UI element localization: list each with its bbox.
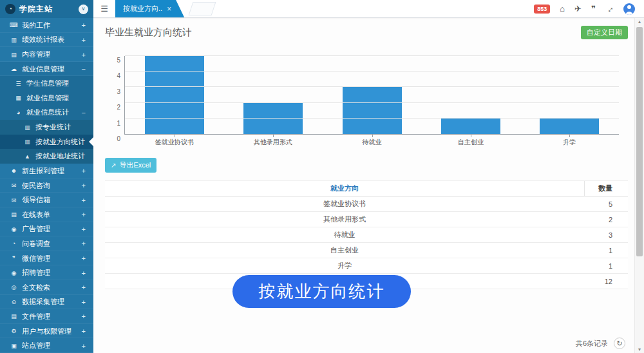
comments-icon[interactable]: ❞ [591, 5, 596, 13]
sidebar-item[interactable]: ▣站点管理+ [0, 338, 93, 353]
cloud-icon: ☁ [9, 66, 19, 72]
x-axis-label: 待就业 [363, 138, 382, 147]
sidebar-item[interactable]: ▤在线表单+ [0, 207, 93, 222]
sidebar-item[interactable]: ☁就业信息管理− [0, 62, 93, 77]
sidebar-item-label: 微信管理 [22, 254, 82, 263]
refresh-icon[interactable]: ↻ [614, 338, 625, 349]
expand-toggle-icon: + [82, 240, 87, 247]
sidebar-item[interactable]: ▤文件管理+ [0, 309, 93, 324]
sidebar-item-label: 招聘管理 [22, 268, 82, 278]
expand-toggle-icon: − [82, 65, 87, 73]
table-header-row: 就业方向数量 [105, 181, 628, 196]
table-icon: ▦ [14, 95, 23, 101]
indent-icon[interactable]: ☰ [93, 0, 115, 17]
cell-direction: 签就业协议书 [105, 196, 584, 211]
column-header-direction[interactable]: 就业方向 [105, 181, 584, 196]
expand-toggle-icon: + [82, 254, 87, 262]
sidebar-item-label: 绩效统计报表 [22, 35, 82, 44]
sidebar-item[interactable]: ▤内容管理+ [0, 47, 93, 62]
vertical-scrollbar[interactable]: ▴ ▾ [634, 18, 644, 353]
sidebar-item[interactable]: ⌨我的工作+ [0, 18, 93, 33]
sidebar-item[interactable]: ✉领导信箱+ [0, 193, 93, 207]
sidebar-item[interactable]: ◔问卷调查+ [0, 236, 93, 251]
x-axis-label: 自主创业 [458, 138, 484, 147]
bar-chart-icon: ▥ [23, 124, 32, 131]
close-icon[interactable]: × [167, 5, 171, 14]
sidebar-item[interactable]: ◉招聘管理+ [0, 265, 93, 280]
x-axis-tick [273, 135, 274, 137]
send-icon[interactable]: ✈ [574, 5, 582, 13]
export-icon: ↗ [111, 162, 116, 169]
area-chart-icon: ▲ [23, 153, 32, 160]
expand-toggle-icon: + [82, 269, 87, 277]
ad-icon: ◉ [9, 226, 19, 233]
x-axis-label: 升学 [563, 138, 576, 147]
gears-icon: ⚙ [9, 328, 19, 334]
sidebar: ◔ 学院主站 ∨ ⌨我的工作+▥绩效统计报表+▤内容管理+☁就业信息管理−☰学生… [0, 0, 93, 353]
sidebar-item-label: 问卷调查 [22, 239, 82, 249]
page-title: 毕业生就业方向统计 [105, 26, 192, 39]
sidebar-item[interactable]: ◎全文检索+ [0, 280, 93, 295]
expand-toggle-icon: + [82, 196, 87, 204]
x-axis-label: 其他录用形式 [254, 138, 292, 147]
scroll-up-icon[interactable]: ▴ [635, 19, 644, 24]
scrollbar-thumb[interactable] [636, 27, 643, 256]
list-icon: ☰ [14, 81, 23, 87]
sidebar-item[interactable]: ▲按就业地址统计 [0, 149, 93, 164]
gridline [125, 86, 619, 87]
gridline [125, 71, 619, 72]
pie-chart-icon: ◕ [14, 110, 23, 116]
notification-badge[interactable]: 853 [534, 5, 550, 14]
custom-date-button[interactable]: 自定义日期 [581, 26, 628, 39]
home-icon[interactable]: ⌂ [560, 5, 565, 13]
cell-count: 1 [584, 258, 628, 273]
cell-count: 12 [584, 274, 628, 289]
statusbar: 共6条记录 ↻ [576, 338, 625, 349]
sidebar-item[interactable]: ▥按专业统计 [0, 120, 93, 135]
topbar: ☰ 按就业方向.. × 853 ⌂ ✈ ❞ ↔ [93, 0, 644, 18]
chevron-down-icon[interactable]: ∨ [79, 5, 88, 14]
sidebar-item-label: 便民咨询 [22, 181, 82, 191]
bar [540, 119, 599, 134]
cell-count: 2 [584, 212, 628, 227]
chart-category-slot: 待就业 [323, 56, 421, 134]
sidebar-item[interactable]: ◕就业信息统计− [0, 106, 93, 120]
users-icon: ☻ [9, 167, 19, 174]
sidebar-item[interactable]: ◉广告管理+ [0, 222, 93, 237]
sidebar-item[interactable]: ☰学生信息管理 [0, 76, 93, 91]
site-title: 学院主站 [19, 4, 75, 15]
expand-toggle-icon: + [82, 167, 87, 175]
gridline [125, 55, 619, 56]
bar [441, 119, 500, 134]
x-axis-tick [471, 135, 471, 137]
y-axis-tick-label: 1 [108, 120, 120, 127]
sidebar-item-label: 按就业地址统计 [35, 151, 86, 161]
sidebar-item[interactable]: ▥按就业方向统计 [0, 135, 93, 149]
chart-slots: 签就业协议书其他录用形式待就业自主创业升学 [125, 56, 619, 134]
sidebar-item[interactable]: ▥绩效统计报表+ [0, 33, 93, 48]
envelope-icon: ✉ [9, 182, 19, 189]
expand-toggle-icon: + [82, 182, 87, 189]
export-excel-button[interactable]: ↗ 导出Excel [105, 158, 156, 173]
sidebar-item-label: 广告管理 [22, 224, 82, 234]
expand-toggle-icon: + [82, 327, 87, 335]
sidebar-item[interactable]: ✉便民咨询+ [0, 178, 93, 193]
chart-category-slot: 其他录用形式 [223, 56, 322, 134]
record-count: 共6条记录 [576, 339, 608, 348]
cell-count: 3 [584, 227, 628, 242]
cell-count: 1 [584, 243, 628, 258]
sidebar-item[interactable]: ▦就业信息管理 [0, 91, 93, 106]
scroll-down-icon[interactable]: ▾ [635, 347, 644, 352]
sidebar-item[interactable]: ❞微信管理+ [0, 251, 93, 266]
wechat-icon: ❞ [9, 255, 19, 262]
survey-icon: ◔ [9, 240, 19, 247]
sidebar-item[interactable]: ☻新生报到管理+ [0, 164, 93, 178]
user-avatar[interactable] [623, 3, 635, 15]
column-header-count[interactable]: 数量 [584, 181, 628, 196]
expand-icon[interactable]: ↔ [605, 5, 614, 13]
tab-employment-direction[interactable]: 按就业方向.. × [115, 0, 184, 17]
sidebar-item[interactable]: ⚙用户与权限管理+ [0, 324, 93, 339]
files-icon: ▤ [9, 52, 19, 58]
sidebar-item[interactable]: ⊙数据采集管理+ [0, 295, 93, 310]
chart-category-slot: 自主创业 [421, 56, 520, 134]
